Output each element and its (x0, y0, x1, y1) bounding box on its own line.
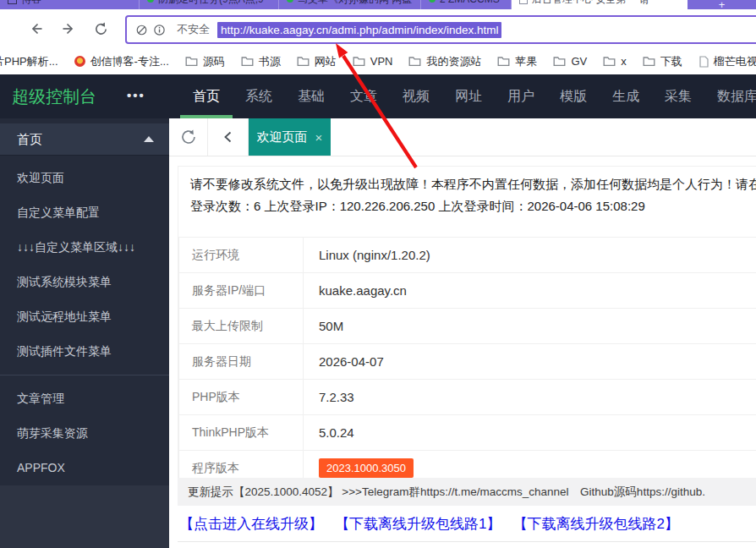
sidebar-group-home: 欢迎页面 自定义菜单配置 ↓↓↓自定义菜单区域↓↓↓ 测试系统模块菜单 测试远程… (0, 156, 169, 369)
table-row: 最大上传限制50M (179, 309, 756, 344)
workspace-tabbar: 欢迎页面 × (169, 118, 756, 156)
tab-scroll-left-button[interactable] (208, 118, 249, 156)
nav-item-home[interactable]: 首页 (180, 74, 233, 118)
nav-item-article[interactable]: 文章 (337, 74, 390, 118)
workspace-refresh-button[interactable] (169, 118, 208, 156)
sidebar: 首页 欢迎页面 自定义菜单配置 ↓↓↓自定义菜单区域↓↓↓ 测试系统模块菜单 测… (0, 118, 169, 548)
collapse-arrow-icon (144, 136, 154, 142)
reload-icon (93, 21, 109, 37)
forward-icon (60, 20, 77, 37)
bookmark-folder[interactable]: 下载 (643, 54, 682, 69)
offline-upgrade-link-1[interactable]: 【下载离线升级包线路1】 (335, 514, 501, 534)
nav-item-system[interactable]: 系统 (233, 74, 285, 118)
sidebar-item-custom-menu-area[interactable]: ↓↓↓自定义菜单区域↓↓↓ (0, 230, 169, 265)
folder-icon (297, 56, 310, 67)
table-row: 服务器日期2026-04-07 (179, 344, 756, 380)
site-favicon-icon (287, 0, 293, 3)
offline-upgrade-link-2[interactable]: 【下载离线升级包线路2】 (512, 514, 678, 534)
server-info-table: 运行环境Linux (nginx/1.20.2) 服务器IP/端口kuake.a… (178, 237, 756, 486)
bookmark-folder[interactable]: VPN (353, 55, 393, 68)
refresh-icon (179, 128, 198, 146)
bookmark-folder[interactable]: 我的资源站 (408, 54, 481, 69)
nav-item-collect[interactable]: 采集 (652, 74, 704, 118)
table-row: ThinkPHP版本5.0.24 (179, 415, 756, 451)
sidebar-item-article-manage[interactable]: 文章管理 (0, 381, 169, 416)
bookmark-folder[interactable]: 书源 (241, 54, 281, 69)
nav-item-user[interactable]: 用户 (495, 74, 547, 118)
page-icon (698, 56, 709, 68)
reload-button[interactable] (90, 18, 112, 40)
bookmark-item[interactable]: 榴芒电视,看电... (698, 54, 756, 69)
table-row: 运行环境Linux (nginx/1.20.2) (179, 238, 756, 273)
browser-toolbar: 不安全 http://kuake.aagay.cn/admi.php/admin… (0, 9, 756, 48)
top-nav: 首页 系统 基础 文章 视频 网址 用户 模版 生成 采集 数据库 (180, 74, 756, 118)
divider (178, 541, 756, 542)
sidebar-item-appfox[interactable]: APPFOX (0, 451, 169, 485)
nav-item-template[interactable]: 模版 (547, 74, 600, 118)
bookmark-folder[interactable]: 源码 (185, 54, 225, 69)
site-favicon-icon (147, 0, 154, 3)
back-button[interactable] (25, 18, 47, 40)
bookmarks-bar: 片PHP解析... 创信博客-专注... 源码 书源 网站 VPN 我的资源站 … (0, 48, 756, 74)
nav-item-database[interactable]: 数据库 (704, 74, 756, 118)
app-window-icon (8, 0, 17, 4)
folder-icon (353, 56, 365, 67)
sidebar-item-welcome[interactable]: 欢迎页面 (0, 161, 169, 195)
blocked-shield-icon (135, 24, 148, 36)
close-icon[interactable]: × (315, 130, 323, 145)
folder-icon (497, 56, 510, 67)
nav-item-generate[interactable]: 生成 (600, 74, 652, 118)
folder-icon (553, 56, 566, 67)
workspace-tab-welcome[interactable]: 欢迎页面 × (249, 118, 331, 156)
online-upgrade-link[interactable]: 【点击进入在线升级】 (179, 514, 323, 534)
workspace-tab-label: 欢迎页面 (257, 129, 308, 145)
browser-tab[interactable]: 防删定时任务(9点A点;9 (140, 0, 279, 9)
sidebar-item-mengya-collect[interactable]: 萌芽采集资源 (0, 416, 169, 451)
notice-line-1: 请不要修改系统文件，以免升级出现故障！本程序不内置任何数据，添加任何数据均是个人… (190, 173, 748, 195)
browser-tab-label: 2 ZMACCMS (440, 0, 500, 5)
workspace: 欢迎页面 × 请不要修改系统文件，以免升级出现故障！本程序不内置任何数据，添加任… (169, 118, 756, 548)
folder-icon (241, 56, 254, 67)
sidebar-section-home[interactable]: 首页 (0, 123, 169, 156)
plus-icon: + (719, 0, 726, 9)
nav-item-website[interactable]: 网址 (442, 74, 495, 118)
bookmark-item[interactable]: 创信博客-专注... (74, 54, 169, 69)
version-badge: 2023.1000.3050 (319, 458, 414, 479)
upgrade-links: 【点击进入在线升级】 【下载离线升级包线路1】 【下载离线升级包线路2】 (179, 506, 679, 541)
sidebar-item-test-system-module[interactable]: 测试系统模块菜单 (0, 265, 169, 299)
update-notice: 更新提示【2025.1000.4052】 >>>Telegram群https:/… (178, 478, 756, 506)
sidebar-filler (0, 485, 169, 548)
address-bar[interactable]: 不安全 http://kuake.aagay.cn/admi.php/admin… (125, 15, 756, 44)
bookmark-folder[interactable]: 苹果 (497, 54, 537, 69)
new-tab-button[interactable]: + (688, 0, 756, 9)
browser-tab-active[interactable]: 后台管理中心 安全第一 请 (512, 0, 688, 9)
nav-item-basic[interactable]: 基础 (285, 74, 337, 118)
browser-tab[interactable]: 马文革《对孙赚的网 网盘 (279, 0, 421, 9)
browser-tab-label: 博客 (21, 0, 41, 7)
welcome-panel: 请不要修改系统文件，以免升级出现故障！本程序不内置任何数据，添加任何数据均是个人… (178, 166, 756, 487)
browser-tab-label: 马文革《对孙赚的网 网盘 (298, 0, 412, 7)
site-favicon-icon (429, 0, 436, 3)
folder-icon (185, 56, 198, 67)
bookmark-folder[interactable]: 网站 (297, 54, 337, 69)
folder-icon (408, 56, 421, 67)
table-row: PHP版本7.2.33 (179, 380, 756, 415)
page-icon (519, 0, 528, 4)
browser-tab-strip: 博客 防删定时任务(9点A点;9 马文革《对孙赚的网 网盘 2 ZMACCMS … (0, 0, 756, 9)
forward-button[interactable] (58, 18, 79, 40)
sidebar-item-test-remote-url[interactable]: 测试远程地址菜单 (0, 299, 169, 334)
table-row: 服务器IP/端口kuake.aagay.cn (179, 273, 756, 309)
browser-tab[interactable]: 博客 (0, 0, 140, 9)
more-menu-icon[interactable]: ••• (127, 74, 145, 117)
url-text-selected[interactable]: http://kuake.aagay.cn/admi.php/admin/ind… (217, 22, 501, 38)
bookmark-folder[interactable]: GV (553, 55, 587, 68)
browser-tab-label: 防删定时任务(9点A点;9 (158, 0, 264, 7)
info-icon[interactable] (153, 24, 166, 36)
nav-item-video[interactable]: 视频 (390, 74, 442, 118)
sidebar-item-custom-menu-config[interactable]: 自定义菜单配置 (0, 195, 169, 230)
browser-tab[interactable]: 2 ZMACCMS (421, 0, 512, 9)
bookmark-item[interactable]: 片PHP解析... (0, 54, 58, 69)
bookmark-folder[interactable]: x (603, 55, 627, 68)
sidebar-item-test-plugin-file[interactable]: 测试插件文件菜单 (0, 334, 169, 369)
browser-tab-label: 后台管理中心 安全第一 请 (532, 0, 649, 7)
